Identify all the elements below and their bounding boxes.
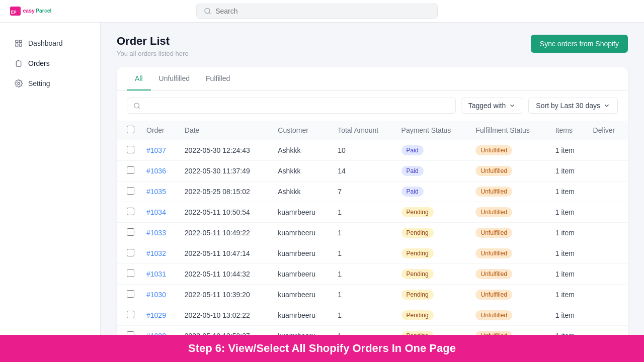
- row-customer: kuamrbeeru: [272, 202, 332, 223]
- search-icon: [204, 7, 211, 15]
- row-checkbox-cell[interactable]: [117, 223, 140, 243]
- sidebar-setting-label: Setting: [28, 79, 50, 87]
- row-fulfillment-status: Unfulfilled: [469, 182, 549, 202]
- col-fulfillment-status: Fulfillment Status: [469, 121, 549, 140]
- row-deliver: [587, 305, 628, 326]
- row-order: #1029: [140, 305, 179, 326]
- table-row: #1032 2022-05-11 10:47:14 kuamrbeeru 1 P…: [117, 243, 628, 264]
- row-order: #1028: [140, 326, 179, 335]
- sidebar-item-setting[interactable]: Setting: [4, 74, 96, 93]
- logo: EP easy Parcel: [10, 4, 55, 19]
- row-checkbox[interactable]: [127, 331, 134, 335]
- order-link[interactable]: #1037: [146, 146, 166, 154]
- row-payment-status: Pending: [395, 223, 470, 243]
- tab-fulfilled[interactable]: Fulfilled: [198, 67, 238, 90]
- tagged-with-label: Tagged with: [468, 102, 506, 110]
- row-checkbox[interactable]: [127, 249, 134, 256]
- payment-badge: Paid: [401, 145, 424, 155]
- row-checkbox[interactable]: [127, 269, 134, 277]
- row-items: 1 item: [549, 140, 587, 161]
- fulfillment-badge: Unfulfilled: [475, 187, 512, 197]
- row-customer: kuamrbeeru: [272, 305, 332, 326]
- payment-badge: Pending: [401, 290, 434, 300]
- filter-search-input[interactable]: [144, 102, 449, 110]
- row-items: 1 item: [549, 326, 587, 335]
- tab-unfulfilled[interactable]: Unfulfilled: [151, 67, 198, 90]
- header-search-input[interactable]: [215, 7, 430, 15]
- svg-rect-8: [19, 44, 22, 46]
- table-row: #1035 2022-05-25 08:15:02 Ashkkk 7 Paid …: [117, 182, 628, 202]
- table-row: #1031 2022-05-11 10:44:32 kuamrbeeru 1 P…: [117, 264, 628, 285]
- row-order: #1037: [140, 140, 179, 161]
- row-customer: kuamrbeeru: [272, 285, 332, 305]
- row-checkbox[interactable]: [127, 311, 134, 318]
- payment-badge: Pending: [401, 207, 434, 217]
- row-date: 2022-05-25 08:15:02: [179, 182, 272, 202]
- orders-table: Order Date Customer Total Amount Payment…: [117, 121, 628, 335]
- row-customer: Ashkkk: [272, 182, 332, 202]
- fulfillment-badge: Unfulfilled: [475, 290, 512, 300]
- orders-icon: [14, 59, 23, 68]
- row-total: 1: [332, 202, 395, 223]
- order-link[interactable]: #1032: [146, 249, 166, 257]
- row-checkbox[interactable]: [127, 146, 134, 153]
- order-link[interactable]: #1034: [146, 208, 166, 216]
- fulfillment-badge: Unfulfilled: [475, 310, 512, 320]
- col-deliver: Deliver: [587, 121, 628, 140]
- row-date: 2022-05-11 10:44:32: [179, 264, 272, 285]
- row-deliver: [587, 243, 628, 264]
- select-all-checkbox[interactable]: [127, 126, 134, 133]
- row-checkbox-cell[interactable]: [117, 161, 140, 182]
- row-deliver: [587, 140, 628, 161]
- order-link[interactable]: #1035: [146, 188, 166, 196]
- sidebar-item-orders[interactable]: Orders: [4, 54, 96, 73]
- table-row: #1030 2022-05-11 10:39:20 kuamrbeeru 1 P…: [117, 285, 628, 305]
- order-link[interactable]: #1036: [146, 167, 166, 175]
- row-checkbox[interactable]: [127, 187, 134, 195]
- row-order: #1032: [140, 243, 179, 264]
- row-order: #1036: [140, 161, 179, 182]
- row-total: 1: [332, 285, 395, 305]
- row-checkbox[interactable]: [127, 228, 134, 236]
- row-items: 1 item: [549, 161, 587, 182]
- row-deliver: [587, 285, 628, 305]
- sync-orders-button[interactable]: Sync orders from Shopify: [531, 35, 628, 53]
- row-checkbox-cell[interactable]: [117, 140, 140, 161]
- row-date: 2022-05-11 10:49:22: [179, 223, 272, 243]
- order-link[interactable]: #1033: [146, 229, 166, 237]
- row-total: 1: [332, 264, 395, 285]
- row-checkbox-cell[interactable]: [117, 264, 140, 285]
- row-checkbox[interactable]: [127, 166, 134, 174]
- row-total: 1: [332, 223, 395, 243]
- svg-rect-7: [16, 44, 18, 46]
- order-link[interactable]: #1029: [146, 311, 166, 319]
- row-checkbox-cell[interactable]: [117, 202, 140, 223]
- search-bar[interactable]: [196, 4, 438, 19]
- row-customer: kuamrbeeru: [272, 223, 332, 243]
- sort-by-button[interactable]: Sort by Last 30 days: [528, 98, 618, 114]
- tab-all[interactable]: All: [127, 67, 151, 90]
- sidebar-item-dashboard[interactable]: Dashboard: [4, 34, 96, 53]
- sidebar-dashboard-label: Dashboard: [28, 39, 63, 47]
- table-row: #1029 2022-05-10 13:02:22 kuamrbeeru 1 P…: [117, 305, 628, 326]
- page-header-left: Order List You all orders listed here: [117, 35, 189, 57]
- filter-search-box[interactable]: [127, 98, 456, 114]
- row-payment-status: Pending: [395, 202, 470, 223]
- row-checkbox-cell[interactable]: [117, 285, 140, 305]
- order-link[interactable]: #1030: [146, 291, 166, 299]
- row-checkbox-cell[interactable]: [117, 326, 140, 335]
- row-checkbox[interactable]: [127, 208, 134, 215]
- row-checkbox-cell[interactable]: [117, 305, 140, 326]
- row-fulfillment-status: Unfulfilled: [469, 140, 549, 161]
- row-checkbox-cell[interactable]: [117, 182, 140, 202]
- tagged-with-button[interactable]: Tagged with: [461, 98, 524, 114]
- main-layout: Dashboard Orders Setting Order List You: [0, 23, 644, 335]
- col-order: Order: [140, 121, 179, 140]
- svg-point-9: [18, 82, 20, 84]
- row-checkbox-cell[interactable]: [117, 243, 140, 264]
- select-all-col[interactable]: [117, 121, 140, 140]
- table-header-row: Order Date Customer Total Amount Payment…: [117, 121, 628, 140]
- order-link[interactable]: #1031: [146, 270, 166, 278]
- row-checkbox[interactable]: [127, 290, 134, 298]
- row-customer: kuamrbeeru: [272, 243, 332, 264]
